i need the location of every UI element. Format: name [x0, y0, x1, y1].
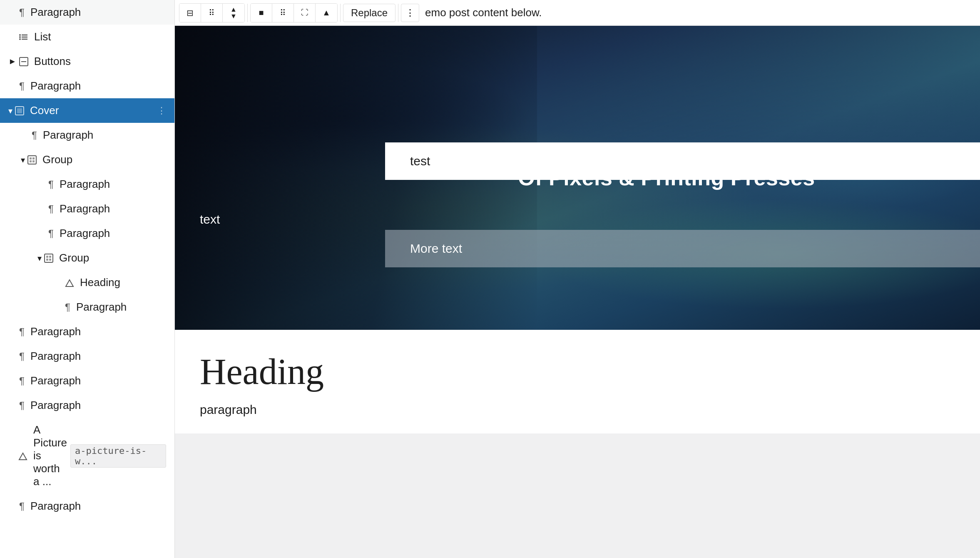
- para-g2-icon: ¶: [48, 203, 54, 215]
- chevron-icon: ▾: [8, 106, 12, 116]
- group-2-label: Group: [59, 252, 166, 264]
- block-toolbar: ⊟ ⠿ ▲▼ ■ ⠿ ⛶ ▲: [175, 0, 980, 26]
- group-1-icon: [27, 155, 37, 164]
- move-icon: ▲▼: [230, 6, 237, 20]
- para-g2-1-icon: ¶: [65, 301, 70, 313]
- group-2-icon: [44, 254, 53, 263]
- sidebar-item-para-g2[interactable]: ¶Paragraph: [0, 197, 174, 221]
- svg-rect-12: [32, 157, 35, 159]
- heading-1-icon: [65, 278, 74, 287]
- svg-rect-17: [49, 256, 51, 258]
- toolbar-separator-3: [398, 4, 398, 22]
- picture-1-label: A Picture is worth a ...: [33, 423, 67, 488]
- sidebar-item-para-1[interactable]: ¶Paragraph: [0, 0, 174, 25]
- heading-1-label: Heading: [80, 276, 166, 289]
- align-button[interactable]: ▲: [316, 4, 337, 22]
- para-7-icon: ¶: [19, 501, 25, 512]
- buttons-1-icon: [19, 57, 28, 66]
- toolbar-separator-2: [340, 4, 341, 22]
- test-content-block: test: [385, 142, 980, 180]
- cover-1-icon: [15, 106, 24, 115]
- bookmark-icon-button[interactable]: ⊟: [179, 4, 201, 22]
- chevron-icon: ▾: [37, 253, 42, 263]
- list-1-icon: [19, 33, 28, 41]
- para-5-icon: ¶: [19, 375, 25, 387]
- heading-display: Heading: [200, 351, 955, 393]
- sidebar-item-para-3[interactable]: ¶Paragraph: [0, 319, 174, 344]
- svg-rect-15: [45, 254, 53, 262]
- square-block-button[interactable]: ■: [251, 4, 272, 22]
- sidebar-item-buttons-1[interactable]: ►Buttons: [0, 49, 174, 74]
- sidebar-item-para-cover[interactable]: ¶Paragraph: [0, 123, 174, 147]
- para-g1-icon: ¶: [48, 179, 54, 190]
- sidebar-item-para-g3[interactable]: ¶Paragraph: [0, 221, 174, 246]
- more-options-button[interactable]: ⋮: [401, 4, 419, 22]
- expand-button[interactable]: ⛶: [294, 4, 316, 22]
- svg-point-5: [19, 38, 21, 40]
- drag-icon: ⠿: [209, 8, 215, 18]
- para-2-icon: ¶: [19, 80, 25, 92]
- para-1-icon: ¶: [19, 7, 25, 18]
- para-6-label: Paragraph: [30, 399, 166, 412]
- svg-rect-16: [46, 256, 48, 258]
- square-icon: ■: [259, 8, 264, 17]
- sidebar-item-para-4[interactable]: ¶Paragraph: [0, 344, 174, 369]
- sidebar-item-para-5[interactable]: ¶Paragraph: [0, 369, 174, 393]
- text-overlay-block: text: [175, 201, 245, 238]
- svg-rect-10: [28, 156, 36, 164]
- sidebar-item-cover-1[interactable]: ▾Cover⋮: [0, 98, 174, 123]
- picture-1-slug: a-picture-is-w...: [70, 444, 166, 468]
- more-text-block: More text: [385, 230, 980, 267]
- para-7-label: Paragraph: [30, 500, 166, 513]
- cover-1-options[interactable]: ⋮: [157, 105, 166, 116]
- svg-rect-13: [30, 160, 32, 162]
- group-1-label: Group: [42, 153, 166, 166]
- list-1-label: List: [34, 30, 166, 43]
- test-text: test: [410, 154, 430, 168]
- para-cover-icon: ¶: [32, 130, 37, 141]
- cover-1-label: Cover: [30, 104, 157, 117]
- svg-rect-9: [17, 108, 22, 113]
- para-4-icon: ¶: [19, 351, 25, 362]
- toolbar-group-1: ⊟ ⠿ ▲▼: [179, 3, 245, 22]
- move-up-down-button[interactable]: ▲▼: [223, 4, 244, 22]
- triangle-icon: ▲: [322, 8, 331, 17]
- svg-point-3: [19, 34, 21, 36]
- main-content: ⊟ ⠿ ▲▼ ■ ⠿ ⛶ ▲: [175, 0, 980, 558]
- bookmark-icon: ⊟: [187, 8, 194, 18]
- para-g3-label: Paragraph: [60, 227, 166, 240]
- sidebar-item-group-2[interactable]: ▾Group: [0, 246, 174, 270]
- editor-canvas: Of Pixels & Printing Presses test text M…: [175, 26, 980, 558]
- more-text-label: More text: [410, 242, 462, 255]
- chevron-icon: ►: [8, 57, 17, 66]
- para-g1-label: Paragraph: [60, 178, 166, 191]
- para-5-label: Paragraph: [30, 374, 166, 387]
- para-1-label: Paragraph: [30, 6, 166, 19]
- para-g3-icon: ¶: [48, 228, 54, 239]
- sidebar-item-picture-1[interactable]: A Picture is worth a ...a-picture-is-w..…: [0, 418, 174, 494]
- sidebar-item-para-2[interactable]: ¶Paragraph: [0, 74, 174, 98]
- svg-point-4: [19, 36, 21, 38]
- sidebar-item-heading-1[interactable]: Heading: [0, 270, 174, 295]
- drag-handle-button[interactable]: ⠿: [201, 4, 223, 22]
- para-cover-label: Paragraph: [43, 129, 166, 142]
- sidebar-item-para-g2-1[interactable]: ¶Paragraph: [0, 295, 174, 319]
- sidebar-item-group-1[interactable]: ▾Group: [0, 147, 174, 172]
- sidebar: ¶ParagraphList►Buttons¶Paragraph▾Cover⋮¶…: [0, 0, 175, 558]
- expand-icon: ⛶: [301, 8, 308, 17]
- toolbar-preview-text: emo post content below.: [425, 6, 542, 19]
- toolbar-group-2: ■ ⠿ ⛶ ▲: [250, 3, 338, 22]
- para-3-icon: ¶: [19, 326, 25, 338]
- grid-view-button[interactable]: ⠿: [272, 4, 294, 22]
- buttons-1-label: Buttons: [34, 55, 166, 68]
- sidebar-item-para-g1[interactable]: ¶Paragraph: [0, 172, 174, 197]
- picture-1-icon: [18, 451, 27, 461]
- sidebar-item-list-1[interactable]: List: [0, 25, 174, 49]
- replace-button[interactable]: Replace: [343, 4, 395, 22]
- sidebar-item-para-7[interactable]: ¶Paragraph: [0, 494, 174, 518]
- toolbar-separator: [247, 4, 248, 22]
- svg-rect-11: [30, 157, 32, 159]
- para-g2-1-label: Paragraph: [76, 301, 166, 314]
- text-label: text: [200, 212, 220, 226]
- sidebar-item-para-6[interactable]: ¶Paragraph: [0, 393, 174, 418]
